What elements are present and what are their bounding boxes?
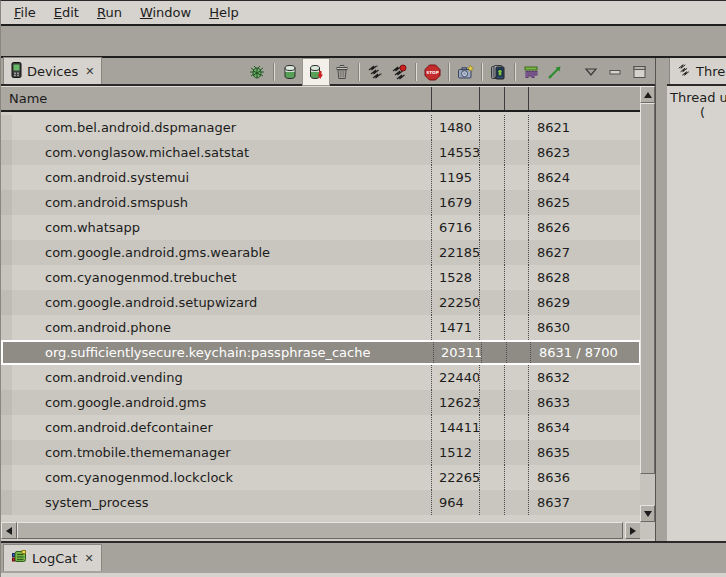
start-opengl-trace-icon[interactable] xyxy=(519,59,543,85)
row-port-cell: 8627 xyxy=(528,240,641,265)
row-port-cell: 8625 xyxy=(528,190,641,215)
table-row[interactable]: com.android.defcontainer144118634 xyxy=(1,415,641,440)
tab-threads[interactable]: Threads xyxy=(669,58,726,84)
menu-help[interactable]: Help xyxy=(200,3,248,22)
maximize-icon[interactable] xyxy=(627,59,651,85)
tab-devices-label: Devices xyxy=(27,64,78,79)
row-pid-cell: 22250 xyxy=(431,290,479,315)
dump-hprof-icon[interactable] xyxy=(302,58,330,86)
row-empty-cell xyxy=(504,490,528,515)
scrollbar-corner xyxy=(640,522,655,539)
ddms-window: FileEditRunWindowHelp Devices ✕ xyxy=(0,0,726,577)
toolbar-separator xyxy=(514,63,515,81)
systrace-icon[interactable] xyxy=(543,59,567,85)
row-name-cell: com.cyanogenmod.lockclock xyxy=(1,465,431,490)
column-header-4[interactable] xyxy=(528,87,641,110)
close-icon[interactable]: ✕ xyxy=(82,552,93,565)
minimize-icon[interactable] xyxy=(603,59,627,85)
row-empty-cell xyxy=(479,140,504,165)
row-port-cell: 8634 xyxy=(528,415,641,440)
table-row[interactable]: com.google.android.gms126238633 xyxy=(1,390,641,415)
scroll-left-button[interactable] xyxy=(1,522,17,539)
row-empty-cell xyxy=(479,465,504,490)
row-name-cell: com.google.android.setupwizard xyxy=(1,290,431,315)
table-row[interactable]: com.bel.android.dspmanager14808621 xyxy=(1,115,641,140)
column-header-3[interactable] xyxy=(504,87,528,110)
menubar: FileEditRunWindowHelp xyxy=(1,1,726,26)
row-empty-cell xyxy=(481,342,506,363)
table-row[interactable]: com.android.systemui11958624 xyxy=(1,165,641,190)
row-empty-cell xyxy=(479,190,504,215)
row-pid-cell: 22185 xyxy=(431,240,479,265)
table-row[interactable]: com.vonglasow.michael.satstat145538623 xyxy=(1,140,641,165)
table-row[interactable]: com.android.phone14718630 xyxy=(1,315,641,340)
column-header-2[interactable] xyxy=(479,87,504,110)
close-icon[interactable]: ✕ xyxy=(83,65,94,78)
tab-devices[interactable]: Devices ✕ xyxy=(3,57,102,84)
toolbar-separator xyxy=(358,63,359,81)
row-empty-cell xyxy=(504,315,528,340)
row-pid-cell: 20311 xyxy=(433,342,481,363)
menu-edit[interactable]: Edit xyxy=(45,3,88,22)
table-row[interactable]: com.cyanogenmod.trebuchet15288628 xyxy=(1,265,641,290)
threads-message-line2: ( xyxy=(670,105,726,120)
row-port-cell: 8621 xyxy=(528,115,641,140)
update-heap-icon[interactable] xyxy=(278,59,302,85)
threads-panel: Threads Thread up ( xyxy=(667,58,726,541)
table-row[interactable]: com.tmobile.thememanager15128635 xyxy=(1,440,641,465)
view-menu-icon[interactable] xyxy=(579,59,603,85)
row-pid-cell: 1195 xyxy=(431,165,479,190)
devices-tab-row: Devices ✕ xyxy=(1,58,655,86)
column-header-1[interactable] xyxy=(431,87,479,110)
table-row[interactable]: com.google.android.setupwizard222508629 xyxy=(1,290,641,315)
row-empty-cell xyxy=(504,440,528,465)
table-row[interactable]: com.android.vending224408632 xyxy=(1,365,641,390)
cause-gc-icon[interactable] xyxy=(330,59,354,85)
table-row[interactable]: com.cyanogenmod.lockclock222658636 xyxy=(1,465,641,490)
phone-icon xyxy=(11,62,22,81)
horizontal-scroll-thumb[interactable] xyxy=(17,522,623,539)
row-name-cell: system_process xyxy=(1,490,431,515)
vertical-scrollbar[interactable] xyxy=(640,86,655,522)
table-row[interactable]: system_process9648637 xyxy=(1,490,641,515)
row-port-cell: 8623 xyxy=(528,140,641,165)
scroll-down-button[interactable] xyxy=(640,505,655,522)
vertical-scroll-thumb[interactable] xyxy=(640,103,655,474)
row-empty-cell xyxy=(479,215,504,240)
tab-threads-label: Threads xyxy=(696,64,726,79)
tab-logcat[interactable]: LogCat ✕ xyxy=(3,544,102,571)
capture-device-view-icon[interactable] xyxy=(486,59,510,85)
row-empty-cell xyxy=(479,315,504,340)
row-empty-cell xyxy=(504,390,528,415)
table-row-selected[interactable]: org.sufficientlysecure.keychain:passphra… xyxy=(1,340,641,365)
row-name-cell: com.android.smspush xyxy=(1,190,431,215)
toolbar-separator xyxy=(415,63,416,81)
table-row[interactable]: com.google.android.gms.wearable221858627 xyxy=(1,240,641,265)
table-row[interactable]: com.android.smspush16798625 xyxy=(1,190,641,215)
row-name-cell: com.google.android.gms.wearable xyxy=(1,240,431,265)
row-empty-cell xyxy=(504,365,528,390)
row-port-cell: 8636 xyxy=(528,465,641,490)
row-port-cell: 8633 xyxy=(528,390,641,415)
horizontal-scrollbar[interactable] xyxy=(1,522,641,539)
debug-attach-icon[interactable] xyxy=(245,59,269,85)
start-method-profiling-icon[interactable] xyxy=(387,59,411,85)
menu-file[interactable]: File xyxy=(5,3,45,22)
screen-capture-icon[interactable] xyxy=(453,59,477,85)
stop-process-icon[interactable]: STOP xyxy=(420,59,444,85)
panel-sash[interactable] xyxy=(656,58,667,541)
scroll-up-button[interactable] xyxy=(640,86,655,103)
menu-window[interactable]: Window xyxy=(131,3,200,22)
row-empty-cell xyxy=(504,115,528,140)
column-header-name[interactable]: Name xyxy=(1,87,431,110)
row-pid-cell: 1528 xyxy=(431,265,479,290)
row-empty-cell xyxy=(479,490,504,515)
scroll-right-button[interactable] xyxy=(625,522,641,539)
vertical-scroll-track[interactable] xyxy=(640,474,655,505)
menu-run[interactable]: Run xyxy=(88,3,131,22)
threads-tab-row: Threads xyxy=(667,58,726,86)
row-empty-cell xyxy=(504,165,528,190)
update-threads-icon[interactable] xyxy=(363,59,387,85)
row-port-cell: 8628 xyxy=(528,265,641,290)
table-row[interactable]: com.whatsapp67168626 xyxy=(1,215,641,240)
